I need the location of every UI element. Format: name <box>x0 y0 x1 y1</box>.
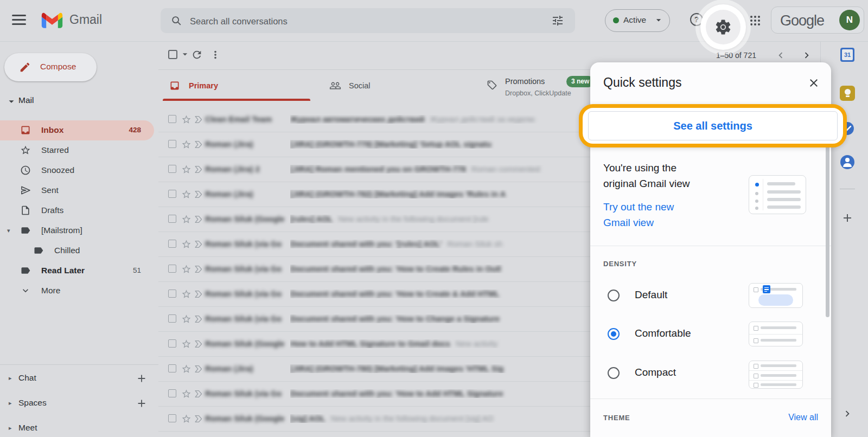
sidebar-item-inbox[interactable]: Inbox 428 <box>0 120 154 140</box>
importance-marker-icon[interactable] <box>193 239 204 249</box>
select-dropdown-icon[interactable] <box>180 49 190 60</box>
row-checkbox[interactable] <box>168 389 176 397</box>
star-icon[interactable] <box>181 289 192 299</box>
density-option-default[interactable]: Default <box>635 289 667 301</box>
row-checkbox[interactable] <box>168 190 176 198</box>
contacts-icon[interactable] <box>840 155 854 169</box>
search-bar[interactable] <box>161 8 575 33</box>
try-new-view-link[interactable]: Try out the new Gmail view <box>603 199 674 230</box>
compose-button[interactable]: Compose <box>4 53 97 81</box>
star-icon[interactable] <box>181 114 192 125</box>
star-icon[interactable] <box>181 164 192 175</box>
select-all-checkbox[interactable] <box>168 50 177 59</box>
importance-marker-icon[interactable] <box>193 389 204 399</box>
row-checkbox[interactable] <box>168 165 176 173</box>
importance-marker-icon[interactable] <box>193 339 204 349</box>
tab-primary[interactable]: Primary <box>163 70 310 101</box>
sidebar-item-chilled[interactable]: Chilled <box>0 241 154 261</box>
importance-marker-icon[interactable] <box>193 364 204 374</box>
apps-grid-icon[interactable] <box>749 14 762 27</box>
search-filters-icon[interactable] <box>551 14 564 27</box>
radio-default[interactable] <box>608 290 620 301</box>
section-collapse-icon[interactable] <box>5 95 17 107</box>
row-checkbox[interactable] <box>168 339 176 348</box>
star-icon[interactable] <box>181 139 192 150</box>
search-input[interactable] <box>189 8 516 34</box>
add-icon[interactable] <box>136 372 148 384</box>
row-checkbox[interactable] <box>168 215 176 223</box>
density-option-comfortable[interactable]: Comfortable <box>635 327 691 339</box>
importance-marker-icon[interactable] <box>193 214 204 224</box>
calendar-icon[interactable]: 31 <box>840 48 854 62</box>
density-option-compact[interactable]: Compact <box>635 367 676 378</box>
sidebar-item-snoozed[interactable]: Snoozed <box>0 160 154 181</box>
add-icon[interactable] <box>136 397 148 409</box>
sidebar-section-meet[interactable]: ▸ Meet <box>0 419 154 437</box>
star-icon[interactable] <box>181 189 192 200</box>
sidebar-section-chat[interactable]: ▸ Chat <box>0 369 154 388</box>
star-icon[interactable] <box>181 364 192 374</box>
importance-marker-icon[interactable] <box>193 164 204 175</box>
close-icon[interactable] <box>807 76 820 89</box>
importance-marker-icon[interactable] <box>193 114 204 125</box>
star-icon[interactable] <box>181 314 192 324</box>
row-checkbox[interactable] <box>168 314 176 323</box>
email-sender: Roman Siluk (via Go <box>205 314 286 323</box>
status-selector[interactable]: Active <box>605 9 670 32</box>
newer-page-icon[interactable] <box>775 49 787 61</box>
row-checkbox[interactable] <box>168 265 176 273</box>
sidebar-item-more[interactable]: More <box>0 281 154 301</box>
more-options-icon[interactable] <box>209 49 221 61</box>
importance-marker-icon[interactable] <box>193 189 204 200</box>
sidebar-item-sent[interactable]: Sent <box>0 181 154 201</box>
sidebar-item-drafts[interactable]: Drafts <box>0 201 154 221</box>
see-all-settings-button[interactable]: See all settings <box>588 111 838 140</box>
panel-scrollbar[interactable] <box>826 127 829 317</box>
star-icon[interactable] <box>181 414 192 424</box>
email-sender: Roman (Jira) <box>205 364 286 373</box>
sidebar-section-spaces[interactable]: ▸ Spaces <box>0 394 154 413</box>
radio-comfortable[interactable] <box>608 328 620 340</box>
star-icon[interactable] <box>181 239 192 249</box>
search-icon[interactable] <box>170 15 182 27</box>
sidebar-item-read-later[interactable]: Read Later 51 <box>0 261 154 281</box>
keep-icon[interactable] <box>840 86 855 101</box>
expand-arrow-icon[interactable]: ▸ <box>9 425 12 432</box>
star-icon[interactable] <box>181 389 192 399</box>
older-page-icon[interactable] <box>801 49 813 61</box>
star-icon[interactable] <box>181 214 192 224</box>
settings-gear-icon[interactable] <box>714 18 732 36</box>
star-icon[interactable] <box>181 264 192 274</box>
hide-side-panel-icon[interactable] <box>841 408 853 420</box>
importance-marker-icon[interactable] <box>193 414 204 424</box>
sidebar-item-starred[interactable]: Starred <box>0 140 154 160</box>
gmail-view-thumbnail <box>749 175 806 214</box>
row-checkbox[interactable] <box>168 290 176 298</box>
theme-view-all-link[interactable]: View all <box>788 413 818 422</box>
expand-arrow-icon[interactable]: ▸ <box>9 375 12 382</box>
row-checkbox[interactable] <box>168 115 176 123</box>
row-checkbox[interactable] <box>168 240 176 248</box>
expand-arrow-icon[interactable]: ▸ <box>9 400 12 407</box>
importance-marker-icon[interactable] <box>193 314 204 324</box>
tab-social[interactable]: Social <box>321 70 469 101</box>
row-checkbox[interactable] <box>168 364 176 372</box>
get-addons-icon[interactable] <box>841 211 854 224</box>
see-all-settings-highlight-ring: See all settings <box>579 104 847 147</box>
row-checkbox[interactable] <box>168 140 176 148</box>
product-name: Gmail <box>69 12 102 27</box>
importance-marker-icon[interactable] <box>193 139 204 150</box>
google-logo: Google <box>780 12 824 29</box>
expand-arrow-icon[interactable]: ▾ <box>7 227 10 234</box>
hamburger-menu-icon[interactable] <box>12 15 26 25</box>
refresh-icon[interactable] <box>191 49 203 61</box>
sidebar-item-label: [Mailstrom] <box>41 226 82 235</box>
sidebar-item-mailstrom[interactable]: ▾ [Mailstrom] <box>0 221 154 241</box>
star-icon[interactable] <box>181 339 192 349</box>
importance-marker-icon[interactable] <box>193 264 204 274</box>
row-checkbox[interactable] <box>168 414 176 422</box>
mail-section-header[interactable]: Mail <box>0 94 158 109</box>
radio-compact[interactable] <box>608 367 620 379</box>
importance-marker-icon[interactable] <box>193 289 204 299</box>
avatar[interactable]: N <box>839 10 860 30</box>
